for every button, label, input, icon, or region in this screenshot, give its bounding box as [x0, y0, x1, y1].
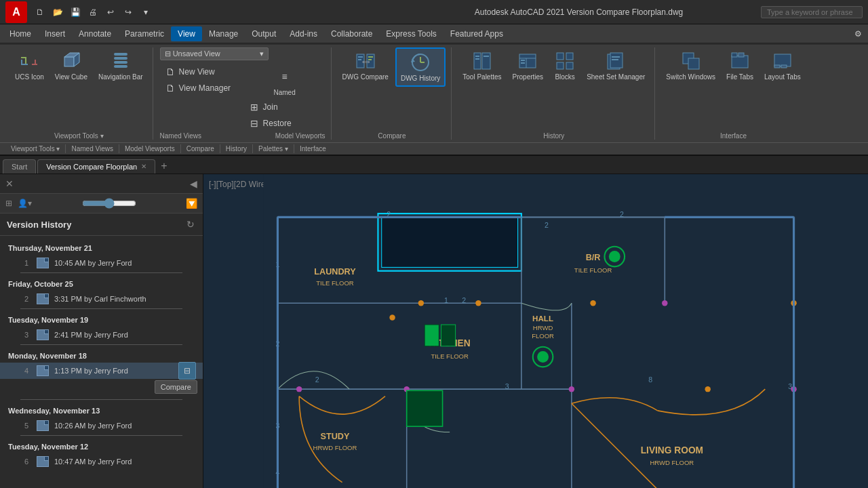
svg-point-95 — [296, 386, 302, 392]
menu-output[interactable]: Output — [245, 26, 283, 41]
panel-grid-btn[interactable]: ⊞ — [4, 197, 14, 209]
panel-slider[interactable] — [82, 198, 136, 209]
menu-express[interactable]: Express Tools — [379, 26, 443, 41]
tab-start[interactable]: Start — [3, 159, 36, 174]
menu-annotate[interactable]: Annotate — [72, 26, 118, 41]
open-btn[interactable]: 📂 — [50, 5, 65, 20]
compare-tooltip: Compare — [155, 380, 197, 394]
history-date-1: Thursday, November 21 — [0, 239, 203, 255]
rl-viewport-tools[interactable]: Viewport Tools ▾ — [5, 144, 66, 153]
new-btn[interactable]: 🗋 — [33, 5, 47, 20]
switch-windows-btn[interactable]: Switch Windows — [662, 47, 719, 84]
tool-palettes-btn[interactable]: Tool Palettes — [458, 47, 505, 84]
svg-text:⟺: ⟺ — [361, 59, 370, 65]
compare-items: ⟺ DWG Compare DWG History — [338, 47, 446, 131]
named-btn[interactable]: ≡ Named — [244, 64, 326, 98]
navigation-bar-btn[interactable]: Navigation Bar — [94, 47, 147, 84]
file-tabs-btn[interactable]: File Tabs — [722, 47, 757, 84]
menu-view[interactable]: View — [171, 26, 202, 41]
svg-rect-28 — [484, 56, 489, 57]
history-icon-3 — [37, 329, 49, 340]
panel-close-row: ✕ ◀ — [0, 174, 203, 194]
compare-inline-btn[interactable]: ⊟ — [178, 362, 196, 380]
history-entry-5[interactable]: 5 10:26 AM by Jerry Ford — [0, 418, 203, 434]
svg-rect-46 — [738, 53, 744, 57]
panel-user-btn[interactable]: 👤▾ — [16, 197, 33, 209]
menu-manage[interactable]: Manage — [202, 26, 245, 41]
layout-tabs-btn[interactable]: Layout Tabs — [760, 47, 805, 84]
panel-filter-btn[interactable]: 🔽 — [184, 197, 199, 210]
dwg-history-label: DWG History — [401, 75, 440, 83]
rl-compare[interactable]: Compare — [181, 144, 220, 153]
history-entry-2[interactable]: 2 3:31 PM by Carl Finchworth — [0, 291, 203, 307]
viewport-dropdown-arrow: ▾ — [260, 49, 264, 58]
new-tab-btn[interactable]: + — [157, 159, 171, 174]
redo-btn[interactable]: ↪ — [121, 5, 136, 20]
menu-featured[interactable]: Featured Apps — [443, 26, 510, 41]
panel-close-btn[interactable]: ✕ — [4, 177, 15, 190]
qa-dropdown-btn[interactable]: ▾ — [138, 5, 153, 20]
plot-btn[interactable]: 🖨 — [85, 5, 100, 20]
properties-icon — [517, 50, 538, 72]
svg-rect-1 — [21, 60, 22, 65]
save-btn[interactable]: 💾 — [68, 5, 83, 20]
viewport-dropdown[interactable]: ⊟ Unsaved View ▾ — [160, 47, 269, 60]
svg-text:FLOOR: FLOOR — [532, 332, 554, 340]
main-area: ✕ ◀ ⊞ 👤▾ 🔽 Version History ↻ Thursday, N… — [0, 174, 868, 488]
rl-palettes[interactable]: Palettes ▾ — [253, 144, 294, 153]
history-entry-1[interactable]: 1 10:45 AM by Jerry Ford — [0, 255, 203, 271]
svg-rect-3 — [21, 57, 26, 58]
svg-point-106 — [705, 386, 710, 392]
restore-icon: ⊟ — [248, 117, 260, 129]
svg-rect-11 — [114, 61, 127, 64]
tool-palettes-label: Tool Palettes — [462, 73, 501, 81]
svg-text:2: 2 — [620, 210, 624, 218]
join-btn[interactable]: ⊞ Join — [244, 100, 326, 115]
rl-history[interactable]: History — [220, 144, 253, 153]
history-entry-4[interactable]: 4 1:13 PM by Jerry Ford ⊟ — [0, 363, 203, 379]
tab-active-label: Version Compare Floorplan — [46, 163, 137, 171]
new-view-btn[interactable]: 🗋 New View — [160, 64, 241, 79]
panel-refresh-btn[interactable]: ↻ — [185, 218, 196, 231]
row-num-6: 6 — [16, 458, 28, 466]
panel-nav-back-btn[interactable]: ◀ — [189, 177, 199, 190]
view-manager-btn[interactable]: 🗋 View Manager — [160, 81, 241, 96]
menu-insert[interactable]: Insert — [38, 26, 72, 41]
search-input[interactable] — [761, 6, 863, 18]
undo-btn[interactable]: ↩ — [103, 5, 118, 20]
dwg-compare-btn[interactable]: ⟺ DWG Compare — [338, 47, 393, 84]
tool-palettes-icon — [471, 50, 493, 72]
tab-bar: Start Version Compare Floorplan ✕ + — [0, 156, 868, 174]
menu-bar: Home Insert Annotate Parametric View Man… — [0, 24, 868, 43]
rl-model-viewports[interactable]: Model Viewports — [119, 144, 181, 153]
ucs-icon-btn[interactable]: UCS Icon — [11, 47, 48, 84]
history-date-2: Friday, October 25 — [0, 274, 203, 291]
named-views-col-1: 🗋 New View 🗋 View Manager — [160, 64, 241, 131]
svg-rect-44 — [732, 56, 748, 68]
menu-home[interactable]: Home — [3, 26, 38, 41]
svg-rect-25 — [482, 53, 490, 69]
tab-close-btn[interactable]: ✕ — [141, 163, 146, 170]
dwg-history-btn[interactable]: DWG History — [395, 47, 446, 87]
menu-addins[interactable]: Add-ins — [283, 26, 324, 41]
rl-interface[interactable]: Interface — [294, 144, 332, 153]
properties-btn[interactable]: Properties — [509, 47, 548, 84]
history-entry-6[interactable]: 6 10:47 AM by Jerry Ford — [0, 453, 203, 470]
restore-btn[interactable]: ⊟ Restore — [244, 116, 326, 131]
menu-parametric[interactable]: Parametric — [118, 26, 171, 41]
drawing-area[interactable]: [-][Top][2D Wireframe] LAUNDRY TILE FLOO… — [203, 174, 868, 488]
compare-tooltip-row: Compare — [0, 379, 203, 398]
view-cube-btn[interactable]: View Cube — [51, 47, 92, 84]
svg-rect-37 — [566, 62, 573, 69]
dwg-compare-label: DWG Compare — [342, 73, 389, 81]
svg-text:B/R: B/R — [586, 253, 601, 262]
new-view-icon: 🗋 — [164, 66, 176, 78]
history-entry-3[interactable]: 3 2:41 PM by Jerry Ford — [0, 327, 203, 343]
blocks-btn[interactable]: Blocks — [550, 47, 580, 84]
compare-icon: ⊟ — [184, 366, 191, 375]
sheet-set-btn[interactable]: Sheet Set Manager — [583, 47, 649, 84]
tab-active[interactable]: Version Compare Floorplan ✕ — [37, 159, 155, 174]
workspace-btn[interactable]: ⚙ — [850, 26, 865, 41]
menu-collaborate[interactable]: Collaborate — [324, 26, 379, 41]
rl-named-views[interactable]: Named Views — [66, 144, 119, 153]
